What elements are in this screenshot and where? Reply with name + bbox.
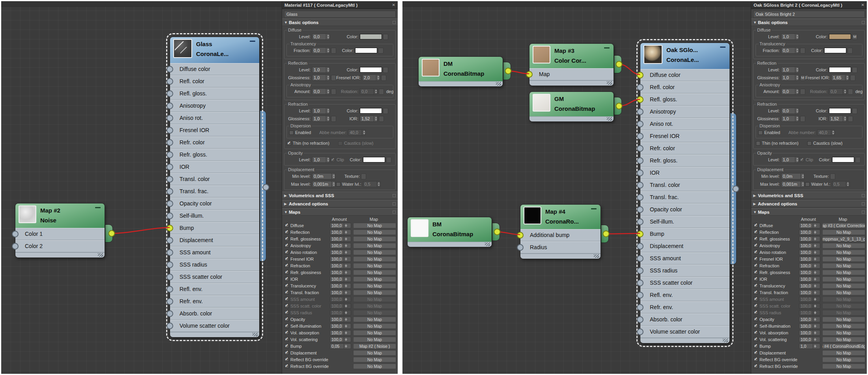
- clip-checkbox[interactable]: [800, 158, 804, 162]
- map-slot-button[interactable]: No Map: [822, 310, 865, 315]
- output-socket[interactable]: [263, 184, 269, 191]
- node-slot[interactable]: Volume scatter color: [170, 320, 259, 332]
- map-slot-button[interactable]: No Map: [353, 236, 396, 242]
- map-enable-checkbox[interactable]: [754, 351, 758, 355]
- map-slot-button[interactable]: No Map: [822, 283, 865, 289]
- refraction-color-swatch[interactable]: [360, 108, 382, 114]
- diffuse-color-swatch[interactable]: [829, 34, 851, 39]
- map-amount-spinner[interactable]: 100,0: [330, 330, 351, 336]
- input-socket[interactable]: [637, 133, 644, 140]
- map-slot-button[interactable]: No Map: [822, 350, 865, 356]
- input-socket[interactable]: [166, 225, 173, 231]
- input-socket[interactable]: [637, 194, 644, 201]
- dispersion-enabled-checkbox[interactable]: [758, 131, 763, 135]
- map-enable-checkbox[interactable]: [754, 230, 758, 234]
- spinner-arrows-icon[interactable]: [344, 337, 347, 342]
- node-footer[interactable]: [408, 242, 492, 247]
- map-slot-button[interactable]: No Map: [822, 243, 865, 248]
- map-amount-spinner[interactable]: 100,0: [330, 283, 351, 289]
- output-socket[interactable]: [616, 103, 623, 110]
- output-socket[interactable]: [505, 68, 512, 75]
- input-socket[interactable]: [166, 115, 173, 121]
- node-slot[interactable]: Volume scatter color: [640, 326, 730, 338]
- caustics-checkbox[interactable]: [338, 141, 342, 146]
- spinner-arrows-icon[interactable]: [344, 230, 347, 235]
- pin-icon[interactable]: [393, 194, 396, 197]
- node-view[interactable]: DM CoronaBitmap Map #3 Color Cor...: [402, 1, 751, 374]
- rollout-basic-options[interactable]: ▼ Basic options: [282, 19, 398, 26]
- spinner-arrows-icon[interactable]: [843, 116, 846, 121]
- input-socket[interactable]: [166, 164, 173, 170]
- node-slot[interactable]: Bump: [170, 222, 259, 234]
- input-socket[interactable]: [166, 66, 173, 73]
- ior-spinner[interactable]: 1,52: [829, 116, 847, 122]
- map-slot-button[interactable]: No Map: [353, 303, 396, 309]
- node-slot[interactable]: Transl. frac.: [170, 185, 259, 198]
- input-socket[interactable]: [637, 121, 644, 127]
- map-enable-checkbox[interactable]: [284, 237, 289, 241]
- map-slot-button[interactable]: No Map: [822, 337, 865, 342]
- translucency-color-swatch[interactable]: [824, 48, 846, 53]
- input-socket[interactable]: [166, 310, 173, 317]
- node-slot[interactable]: Anisotropy: [640, 106, 730, 118]
- map-amount-spinner[interactable]: 100,0: [799, 270, 820, 275]
- input-socket[interactable]: [12, 231, 19, 237]
- spinner-arrows-icon[interactable]: [813, 250, 816, 255]
- rollout-advanced[interactable]: ▶ Advanced options: [282, 200, 398, 207]
- opacity-color-swatch[interactable]: [832, 157, 854, 162]
- output-socket[interactable]: [616, 61, 623, 68]
- node-footer[interactable]: [15, 252, 105, 257]
- opacity-color-map-button[interactable]: [386, 157, 391, 163]
- input-socket[interactable]: [166, 261, 173, 268]
- spinner-arrows-icon[interactable]: [795, 116, 799, 121]
- spinner-arrows-icon[interactable]: [326, 75, 329, 80]
- map-slot-button[interactable]: No Map: [822, 256, 865, 262]
- output-socket[interactable]: [108, 230, 115, 237]
- map-slot-button[interactable]: No Map: [822, 357, 865, 362]
- spinner-arrows-icon[interactable]: [813, 223, 816, 228]
- rollout-volumetrics[interactable]: ▶ Volumetrics and SSS: [751, 192, 867, 199]
- input-socket[interactable]: [166, 151, 173, 158]
- reflection-color-swatch[interactable]: [360, 67, 382, 73]
- map-slot-button[interactable]: M ( cmppmax_v2_9_1_13_g2.jpg: [822, 236, 865, 242]
- input-socket[interactable]: [637, 96, 644, 103]
- node-dm-bitmap[interactable]: DM CoronaBitmap: [418, 56, 503, 87]
- map-amount-spinner[interactable]: 100,0: [799, 290, 820, 295]
- map-enable-checkbox[interactable]: [754, 284, 758, 288]
- node-header[interactable]: Map #3 Color Cor...: [529, 44, 614, 68]
- spinner-arrows-icon[interactable]: [374, 89, 377, 94]
- input-socket[interactable]: [637, 328, 644, 335]
- map-amount-spinner[interactable]: 100,0: [330, 297, 351, 302]
- map-slot-button[interactable]: No Map: [353, 256, 396, 262]
- map-amount-spinner[interactable]: 100,0: [799, 330, 820, 336]
- map-enable-checkbox[interactable]: [754, 290, 758, 295]
- map-amount-spinner[interactable]: 100,0: [330, 263, 351, 269]
- map-slot-button[interactable]: No Map: [822, 323, 865, 329]
- refraction-color-map-button[interactable]: [852, 108, 857, 114]
- spinner-arrows-icon[interactable]: [795, 89, 799, 94]
- map-slot-button[interactable]: No Map: [822, 290, 865, 295]
- node-slot[interactable]: Opacity color: [170, 198, 259, 210]
- node-slot[interactable]: Refl. env.: [640, 289, 730, 301]
- spinner-arrows-icon[interactable]: [845, 75, 849, 80]
- map-amount-spinner[interactable]: 100,0: [799, 229, 820, 235]
- panel-titlebar[interactable]: Oak SGloss Bright 2 ( CoronaLegacyMtl ) …: [751, 1, 867, 9]
- spinner-arrows-icon[interactable]: [795, 67, 799, 73]
- node-slot[interactable]: Absorb. color: [170, 308, 259, 320]
- opacity-color-swatch[interactable]: [363, 157, 385, 162]
- map-amount-spinner[interactable]: 100,0: [799, 223, 820, 228]
- map-enable-checkbox[interactable]: [284, 337, 289, 341]
- node-slot[interactable]: Color 2: [15, 240, 105, 252]
- fraction-spinner[interactable]: 0,0: [781, 47, 799, 54]
- translucency-color-swatch[interactable]: [355, 48, 377, 53]
- spinner-arrows-icon[interactable]: [813, 284, 816, 288]
- node-slot[interactable]: Refr. color: [640, 142, 730, 155]
- map-slot-button[interactable]: No Map: [822, 229, 865, 235]
- rollout-volumetrics[interactable]: ▶ Volumetrics and SSS: [282, 192, 398, 199]
- spinner-arrows-icon[interactable]: [813, 257, 816, 261]
- ior-spinner[interactable]: 1,52: [360, 116, 378, 122]
- rollout-advanced[interactable]: ▶ Advanced options: [751, 200, 867, 207]
- rollout-maps[interactable]: ▼ Maps: [751, 208, 867, 216]
- input-socket[interactable]: [637, 108, 644, 115]
- map-slot-button[interactable]: Map #2 ( Noise ): [353, 343, 396, 349]
